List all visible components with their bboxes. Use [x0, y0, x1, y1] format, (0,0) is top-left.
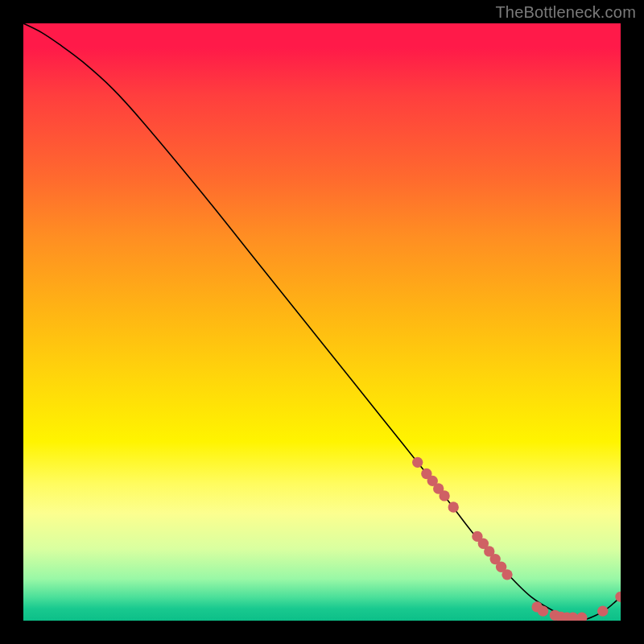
curve-marker: [412, 457, 423, 468]
curve-marker: [448, 502, 459, 512]
curve-marker: [597, 605, 608, 616]
curve-marker: [502, 569, 512, 580]
curve-marker: [576, 613, 587, 621]
curve-marker: [439, 490, 449, 501]
curve-marker: [538, 605, 548, 616]
watermark-text: TheBottleneck.com: [495, 3, 636, 22]
chart-stage: TheBottleneck.com: [0, 0, 644, 644]
chart-svg: [23, 23, 621, 621]
curve-markers: [412, 457, 621, 621]
plot-area: [23, 23, 621, 621]
curve-line: [23, 23, 621, 621]
